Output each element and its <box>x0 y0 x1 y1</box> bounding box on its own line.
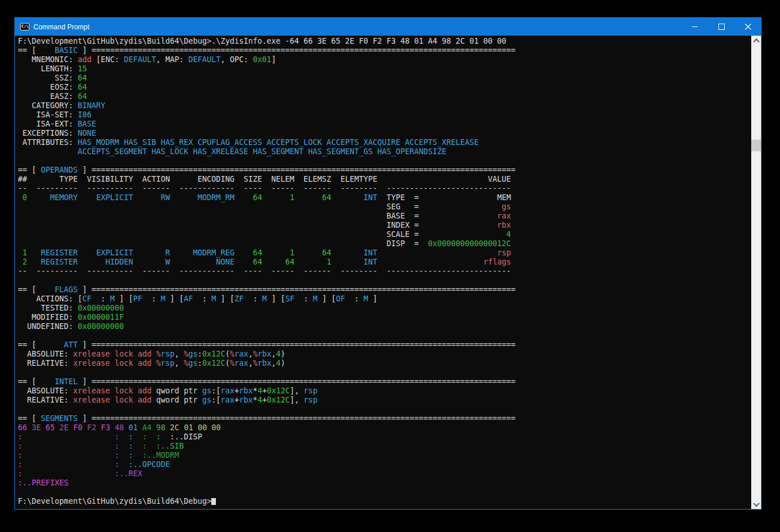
console-line <box>18 405 751 414</box>
console-line: == [ ATT ] =============================… <box>18 340 751 350</box>
console-line: ISA-EXT: BASE <box>18 120 751 129</box>
console-line: MODIFIED: 0x0000011F <box>18 313 751 322</box>
console-line: SSZ: 64 <box>18 74 751 83</box>
console-line: ABSOLUTE: xrelease lock add %rsp, %gs:0x… <box>18 350 751 359</box>
console-line: -- --------- ---------- ------ ---------… <box>18 267 751 276</box>
console-line: 1 REGISTER EXPLICIT R MODRM_REG 64 1 64 … <box>18 248 751 258</box>
console-line: EOSZ: 64 <box>18 83 751 92</box>
console-line <box>18 276 751 285</box>
console-line: : : : : : :..DISP <box>18 433 751 442</box>
console-line: == [ BASIC ] ===========================… <box>18 46 751 55</box>
close-icon <box>745 24 751 30</box>
console-line: ISA-SET: I86 <box>18 110 751 120</box>
console-line: LENGTH: 15 <box>18 64 751 74</box>
console-line: CATEGORY: BINARY <box>18 101 751 110</box>
console-area: F:\Development\GitHub\zydis\Build64\Debu… <box>15 36 761 509</box>
console-line: F:\Development\GitHub\zydis\Build64\Debu… <box>18 497 751 506</box>
minimize-button[interactable] <box>682 18 708 36</box>
console-line: RELATIVE: xrelease lock add qword ptr gs… <box>18 396 751 405</box>
cmd-icon: C:\ <box>20 23 29 30</box>
console-line: : : : :..MODRM <box>18 451 751 460</box>
text-cursor <box>211 498 216 505</box>
console-line: -- --------- ---------- ------ ---------… <box>18 184 751 193</box>
console-line: : :..REX <box>18 469 751 479</box>
chevron-up-icon <box>753 38 759 44</box>
console-line: 0 MEMORY EXPLICIT RW MODRM_RM 64 1 64 IN… <box>18 193 751 202</box>
console-line: TESTED: 0x00000000 <box>18 304 751 313</box>
console-line: : : : : :..SIB <box>18 442 751 451</box>
scrollbar-thumb[interactable] <box>751 140 761 151</box>
console-line: MNEMONIC: add [ENC: DEFAULT, MAP: DEFAUL… <box>18 55 751 64</box>
console-output[interactable]: F:\Development\GitHub\zydis\Build64\Debu… <box>15 36 751 509</box>
window-controls <box>682 18 761 36</box>
close-button[interactable] <box>735 18 761 36</box>
console-line: EASZ: 64 <box>18 92 751 101</box>
console-line: BASE = rax <box>18 212 751 221</box>
console-line <box>18 488 751 497</box>
console-line: ABSOLUTE: xrelease lock add qword ptr gs… <box>18 386 751 396</box>
console-line: 2 REGISTER HIDDEN W NONE 64 64 1 INT rfl… <box>18 258 751 267</box>
console-line <box>18 368 751 377</box>
console-line: ## TYPE VISIBILITY ACTION ENCODING SIZE … <box>18 175 751 184</box>
console-line: == [ INTEL ] ===========================… <box>18 377 751 386</box>
minimize-icon <box>692 26 698 27</box>
title-bar-left: C:\ Command Prompt <box>15 23 682 31</box>
console-line <box>18 156 751 166</box>
console-line: == [ FLAGS ] ===========================… <box>18 285 751 294</box>
console-line: :..PREFIXES <box>18 479 751 488</box>
title-bar[interactable]: C:\ Command Prompt <box>15 18 761 36</box>
scrollbar-track[interactable] <box>751 45 761 499</box>
chevron-down-icon <box>753 500 759 506</box>
console-line: INDEX = rbx <box>18 221 751 230</box>
console-line: DISP = 0x000000000000012C <box>18 239 751 248</box>
window-title: Command Prompt <box>33 23 89 31</box>
console-line: SEG = gs <box>18 202 751 212</box>
scrollbar[interactable] <box>751 36 761 509</box>
maximize-icon <box>718 24 725 30</box>
console-line: ACCEPTS_SEGMENT HAS_LOCK HAS_XRELEASE HA… <box>18 147 751 156</box>
console-line <box>18 331 751 340</box>
console-line: EXCEPTIONS: NONE <box>18 129 751 138</box>
console-line: UNDEFINED: 0x00000000 <box>18 322 751 331</box>
console-line: SCALE = 4 <box>18 230 751 239</box>
console-line: ACTIONS: [CF : M ] [PF : M ] [AF : M ] [… <box>18 294 751 304</box>
console-line: F:\Development\GitHub\zydis\Build64\Debu… <box>18 37 751 46</box>
console-line: ATTRIBUTES: HAS_MODRM HAS_SIB HAS_REX CP… <box>18 138 751 147</box>
scroll-up-button[interactable] <box>751 36 761 45</box>
console-line: : : :..OPCODE <box>18 460 751 469</box>
console-line: == [ OPERANDS ] ========================… <box>18 166 751 175</box>
scroll-down-button[interactable] <box>751 499 761 509</box>
maximize-button[interactable] <box>708 18 735 36</box>
console-line: 66 3E 65 2E F0 F2 F3 48 01 A4 98 2C 01 0… <box>18 423 751 433</box>
console-line: == [ SEGMENTS ] ========================… <box>18 414 751 423</box>
command-prompt-window: C:\ Command Prompt F:\Developm <box>14 17 762 510</box>
console-line: RELATIVE: xrelease lock add %rsp, %gs:0x… <box>18 359 751 368</box>
desktop: C:\ Command Prompt F:\Developm <box>0 0 780 532</box>
